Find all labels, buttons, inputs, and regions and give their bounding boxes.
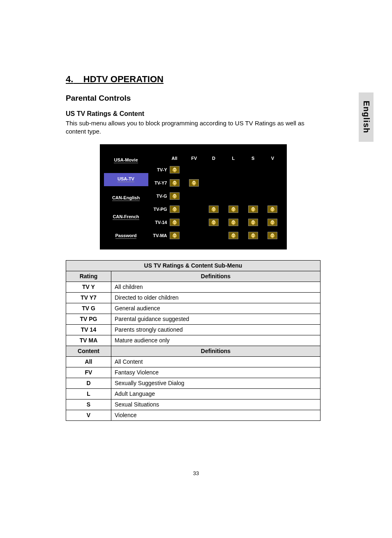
osd-sidebar-item: Password: [104, 230, 148, 243]
lock-icon: [189, 179, 199, 187]
empty-cell: [228, 166, 238, 173]
rating-col-header: Rating: [66, 271, 111, 282]
empty-cell: [228, 179, 238, 187]
lock-icon: [170, 192, 180, 200]
osd-sidebar-item: CAN-English: [104, 192, 148, 205]
subsection-heading: Parental Controls: [66, 94, 321, 103]
osd-row-label: TV-PG: [150, 207, 170, 212]
osd-row-label: TV-14: [150, 220, 170, 225]
lock-icon: [209, 219, 219, 226]
osd-col-header: L: [228, 156, 238, 161]
rating-def: Directed to older children: [111, 292, 321, 303]
osd-grid-row: TV-PG: [150, 203, 278, 216]
content-def: Sexual Situations: [111, 399, 321, 410]
language-tab: English: [359, 92, 374, 142]
svg-rect-15: [232, 235, 235, 237]
lock-icon: [228, 219, 238, 226]
empty-cell: [267, 192, 277, 200]
content-row: AllAll Content: [66, 356, 321, 367]
osd-sidebar-label: USA-Movie: [114, 157, 138, 163]
content-code: All: [66, 356, 111, 367]
svg-rect-1: [173, 182, 176, 185]
rating-code: TV Y: [66, 282, 111, 292]
osd-sidebar: USA-MovieUSA-TVCAN-EnglishCAN-FrenchPass…: [104, 154, 148, 243]
osd-row-label: TV-Y: [150, 167, 170, 172]
svg-rect-8: [271, 209, 274, 211]
osd-grid-row: TV-Y: [150, 163, 278, 176]
empty-cell: [209, 232, 219, 239]
osd-screenshot: USA-MovieUSA-TVCAN-EnglishCAN-FrenchPass…: [100, 144, 287, 249]
osd-sidebar-label: USA-TV: [118, 176, 134, 182]
osd-grid-row: TV-14: [150, 216, 278, 229]
osd-col-header: All: [170, 156, 180, 161]
rating-row: TV MAMature audience only: [66, 335, 321, 346]
content-row: DSexually Suggestive Dialog: [66, 378, 321, 388]
content-row: VViolence: [66, 410, 321, 420]
empty-cell: [267, 166, 277, 173]
rating-code: TV Y7: [66, 292, 111, 303]
svg-rect-11: [232, 222, 235, 224]
rating-def: Mature audience only: [111, 335, 321, 346]
empty-cell: [189, 192, 199, 200]
content-code: S: [66, 399, 111, 410]
content-code: L: [66, 388, 111, 399]
content-code: V: [66, 410, 111, 420]
osd-row-label: TV-MA: [150, 233, 170, 238]
svg-rect-17: [271, 235, 274, 237]
osd-row-label: TV-Y7: [150, 180, 170, 185]
lock-icon: [170, 166, 180, 173]
rating-def: General audience: [111, 303, 321, 314]
rating-code: TV PG: [66, 314, 111, 324]
lock-icon: [170, 179, 180, 187]
osd-sidebar-label: CAN-French: [113, 214, 139, 220]
rating-row: TV 14Parents strongly cautioned: [66, 324, 321, 335]
def-col-header-2: Definitions: [111, 346, 321, 356]
osd-grid-row: TV-Y7: [150, 176, 278, 189]
osd-grid-row: TV-MA: [150, 229, 278, 242]
topic-heading: US TV Ratings & Content: [66, 110, 321, 118]
empty-cell: [267, 179, 277, 187]
lock-icon: [267, 232, 277, 239]
osd-col-header: V: [267, 156, 277, 161]
rating-row: TV Y7Directed to older children: [66, 292, 321, 303]
lock-icon: [228, 206, 238, 213]
content-def: Violence: [111, 410, 321, 420]
svg-rect-10: [212, 222, 215, 224]
def-table-title: US TV Ratings & Content Sub-Menu: [66, 260, 321, 271]
content-row: FVFantasy Violence: [66, 367, 321, 378]
lock-icon: [267, 206, 277, 213]
content-col-header: Content: [66, 346, 111, 356]
empty-cell: [189, 206, 199, 213]
lock-icon: [170, 232, 180, 239]
content-def: All Content: [111, 356, 321, 367]
lock-icon: [209, 206, 219, 213]
osd-sidebar-item: USA-TV: [104, 173, 148, 186]
content-row: SSexual Situations: [66, 399, 321, 410]
rating-def: All children: [111, 282, 321, 292]
lock-icon: [170, 219, 180, 226]
lock-icon: [248, 219, 258, 226]
empty-cell: [189, 166, 199, 173]
rating-def: Parents strongly cautioned: [111, 324, 321, 335]
osd-col-header: S: [248, 156, 258, 161]
content-code: D: [66, 378, 111, 388]
empty-cell: [189, 232, 199, 239]
osd-sidebar-item: CAN-French: [104, 211, 148, 224]
svg-rect-4: [173, 209, 176, 211]
osd-row-label: TV-G: [150, 194, 170, 199]
osd-col-header: D: [209, 156, 219, 161]
svg-rect-5: [212, 209, 215, 211]
osd-sidebar-item: USA-Movie: [104, 154, 148, 167]
svg-rect-3: [173, 196, 176, 198]
content-def: Adult Language: [111, 388, 321, 399]
definitions-table: US TV Ratings & Content Sub-Menu Rating …: [66, 260, 321, 421]
section-heading: 4. HDTV OPERATION: [66, 74, 321, 85]
svg-rect-16: [251, 235, 254, 237]
page-number: 33: [0, 470, 392, 476]
manual-page: English 4. HDTV OPERATION Parental Contr…: [0, 0, 392, 538]
empty-cell: [209, 166, 219, 173]
language-label: English: [362, 101, 371, 133]
empty-cell: [209, 179, 219, 187]
intro-text: This sub-menu allows you to block progra…: [66, 119, 321, 136]
empty-cell: [209, 192, 219, 200]
